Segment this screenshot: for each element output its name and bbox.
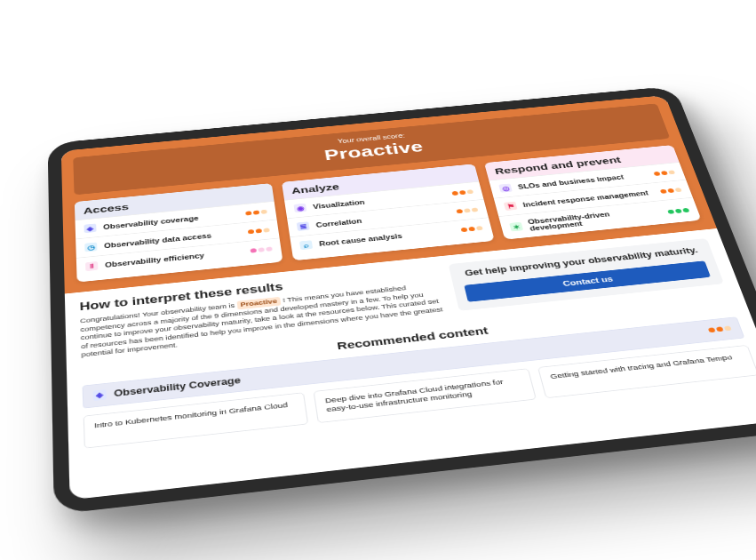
score-dots	[245, 209, 267, 215]
score-dots	[460, 226, 482, 232]
score-dot	[256, 228, 262, 233]
dimension-icon: ⌕	[299, 240, 313, 250]
score-dot	[667, 188, 674, 193]
dimension-icon: ◎	[498, 183, 513, 192]
score-dots	[708, 326, 732, 333]
score-dot	[708, 328, 716, 333]
score-dot	[263, 228, 269, 232]
score-dot	[466, 189, 473, 194]
score-dot	[476, 226, 483, 230]
score-dot	[667, 209, 674, 213]
score-dot	[468, 227, 475, 231]
score-dot	[716, 327, 724, 332]
score-dots	[660, 188, 682, 194]
score-dots	[248, 228, 270, 234]
dimension-icon: ✶	[509, 222, 523, 232]
score-dot	[260, 209, 267, 213]
dimension-column: Access◈Observability coverage◷Observabil…	[75, 183, 283, 282]
score-dot	[258, 247, 265, 252]
recommended-section-icon: ◈	[93, 389, 107, 401]
score-dots	[250, 246, 272, 252]
score-dots	[456, 207, 478, 213]
dimension-icon: ≣	[297, 221, 310, 231]
score-dots	[451, 189, 473, 196]
score-dot	[674, 208, 681, 212]
score-dot	[471, 207, 478, 212]
score-dots	[653, 170, 675, 176]
score-dot	[266, 246, 273, 252]
score-dot	[451, 191, 458, 196]
dimension-icon: ⚑	[504, 202, 518, 212]
score-dot	[660, 188, 667, 193]
score-dot	[464, 208, 471, 212]
score-dot	[459, 190, 466, 195]
score-dot	[674, 188, 681, 192]
score-dot	[245, 211, 251, 215]
dimension-column: Respond and prevent◎SLOs and business im…	[484, 145, 702, 240]
score-dot	[724, 326, 732, 332]
dimension-icon: ◉	[293, 204, 306, 213]
tablet-frame: Your overall score: Proactive Access◈Obs…	[48, 86, 756, 515]
score-dot	[248, 229, 254, 234]
dimension-icon: ◈	[84, 223, 96, 233]
score-dot	[253, 210, 259, 214]
screen: Your overall score: Proactive Access◈Obs…	[61, 95, 756, 500]
score-dot	[653, 172, 660, 176]
dimension-column: Analyze◉Visualization≣Correlation⌕Root c…	[282, 164, 495, 260]
dimension-icon: ⫴	[85, 261, 98, 271]
score-dot	[250, 248, 257, 253]
score-dot	[456, 209, 463, 213]
dimension-icon: ◷	[84, 242, 97, 252]
score-dot	[682, 208, 689, 212]
score-dot	[661, 171, 668, 175]
score-dots	[667, 208, 689, 214]
score-dot	[668, 170, 675, 174]
score-dot	[460, 227, 467, 231]
